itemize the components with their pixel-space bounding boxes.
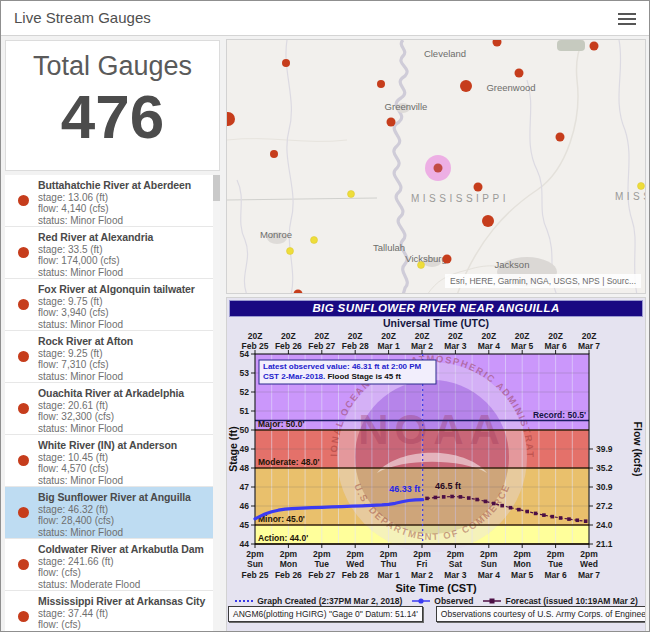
map-city-label: Cleveland: [424, 48, 466, 59]
chart-text: 45: [240, 520, 250, 530]
gauge-name: Big Sunflower River at Anguilla: [38, 491, 210, 504]
chart-text: 2pm: [246, 549, 264, 559]
chart-text: 20Z: [281, 331, 296, 341]
gauge-dot-red[interactable]: [493, 40, 502, 47]
chart-text: 50: [240, 425, 250, 435]
chart-text: Mon: [280, 559, 297, 569]
chart-text: Major: 50.0': [258, 419, 304, 429]
gauge-name: Fox River at Algonquin tailwater: [38, 283, 210, 296]
flood-status-dot-icon: [18, 507, 29, 518]
chart-text: Latest observed value: 46.31 ft at 2:00 …: [263, 362, 422, 371]
gauge-list-item[interactable]: White River (IN) at Andersonstage: 10.45…: [5, 435, 220, 486]
gauge-dot-red[interactable]: [556, 133, 565, 142]
hamburger-menu-icon[interactable]: [618, 10, 636, 26]
gauge-list-item[interactable]: Ouachita River at Arkadelphiastage: 20.6…: [5, 383, 220, 434]
gauge-list-item[interactable]: Red River at Alexandriastage: 33.5 (ft)f…: [5, 227, 220, 278]
gauge-list-item[interactable]: Coldwater River at Arkabutla Damstage: 2…: [5, 539, 220, 590]
chart-text: Sat: [449, 559, 462, 569]
chart-text: Feb 26: [275, 570, 302, 580]
gauge-dot-red[interactable]: [270, 150, 278, 158]
chart-text: 46: [240, 501, 250, 511]
map-state-label: MISSISS: [615, 191, 646, 202]
gauge-dot-red[interactable]: [474, 183, 483, 192]
gauge-flow: flow: (cfs): [38, 567, 210, 579]
gauge-list-item[interactable]: Buttahatchie River at Aberdeenstage: 13.…: [5, 175, 220, 226]
chart-text: 46.5 ft: [435, 481, 461, 491]
chart-text: 30.9: [596, 482, 613, 492]
map-panel[interactable]: MISSISSIPPIMISSISSClevelandGreenwoodGree…: [226, 39, 646, 294]
gauge-dot-red[interactable]: [460, 80, 472, 92]
gauge-stage: stage: 10.45 (ft): [38, 452, 210, 464]
gauge-dot-red[interactable]: [227, 112, 235, 126]
gauge-stage: stage: 46.32 (ft): [38, 504, 210, 516]
gauge-dot-red[interactable]: [377, 80, 385, 88]
gauge-dot-yellow[interactable]: [638, 183, 645, 190]
page-title: Live Stream Gauges: [14, 9, 151, 26]
forest-patch: [557, 40, 585, 51]
chart-text: Flow (kcfs): [632, 422, 644, 477]
chart-text: Fri: [417, 559, 428, 569]
gauge-status: status: Minor Flood: [38, 267, 210, 279]
chart-text: 54: [240, 349, 250, 359]
gauge-list-scrollbar[interactable]: [213, 175, 220, 632]
chart-text: Mon: [513, 559, 530, 569]
chart-text: 20Z: [448, 331, 463, 341]
selected-gauge-dot[interactable]: [434, 164, 443, 173]
forecast-marker: [467, 496, 471, 500]
app-header: Live Stream Gauges: [1, 1, 649, 36]
chart-text: Mar 2: [411, 570, 433, 580]
gauge-list-item[interactable]: Mississippi River at Arkansas Citystage:…: [5, 591, 220, 632]
forecast-marker: [509, 506, 513, 510]
gauge-dot-red[interactable]: [443, 255, 452, 264]
gauge-dot-red[interactable]: [515, 69, 524, 78]
map-city-label: Monroe: [260, 229, 292, 240]
chart-text: Mar 4: [478, 341, 500, 351]
creek-path: [286, 40, 293, 294]
gauge-name: Red River at Alexandria: [38, 231, 210, 244]
scrollbar-thumb[interactable]: [213, 175, 220, 201]
legend-label: Observed: [434, 596, 473, 606]
gauge-list[interactable]: Buttahatchie River at Aberdeenstage: 13.…: [5, 175, 220, 632]
chart-text: 52: [240, 387, 250, 397]
forecast-marker: [500, 504, 504, 508]
gauge-status: status: Minor Flood: [38, 475, 210, 487]
forecast-marker: [567, 517, 571, 521]
chart-text: 2pm: [380, 549, 398, 559]
gauge-dot-red[interactable]: [294, 290, 303, 295]
chart-text: 20Z: [515, 331, 530, 341]
gauge-list-item[interactable]: Fox River at Algonquin tailwaterstage: 9…: [5, 279, 220, 330]
gauge-dot-yellow[interactable]: [418, 262, 425, 269]
chart-text: 51: [240, 406, 250, 416]
gauge-stage: stage: 13.06 (ft): [38, 192, 210, 204]
bottom-axis-title: Site Time (CST): [227, 582, 645, 594]
chart-text: 53: [240, 368, 250, 378]
gauge-dot-yellow[interactable]: [311, 237, 318, 244]
gauge-status: status: Minor Flood: [38, 423, 210, 435]
gauge-dot-red[interactable]: [282, 59, 290, 67]
legend-label: Forecast (issued 10:19AM Mar 2): [505, 596, 637, 606]
gauge-dot-yellow[interactable]: [348, 191, 355, 198]
chart-text: 2pm: [413, 549, 431, 559]
map-attribution: Esri, HERE, Garmin, NGA, USGS, NPS | Sou…: [445, 274, 641, 288]
gauge-dot-yellow[interactable]: [287, 248, 294, 255]
total-gauges-value: 476: [6, 84, 219, 150]
map-canvas[interactable]: MISSISSIPPIMISSISSClevelandGreenwoodGree…: [227, 40, 646, 294]
gauge-stage: stage: 33.5 (ft): [38, 244, 210, 256]
chart-text: Mar 3: [444, 341, 466, 351]
forecast-marker: [475, 498, 479, 502]
state-border-line: [227, 198, 377, 200]
flood-status-dot-icon: [18, 559, 29, 570]
gauge-status: status: Minor Flood: [38, 371, 210, 383]
gauge-dot-red[interactable]: [387, 118, 396, 127]
chart-legend: Graph Created (2:37PM Mar 2, 2018)Observ…: [227, 596, 645, 606]
gauge-dot-red[interactable]: [590, 42, 599, 51]
legend-item: Observed: [411, 596, 473, 606]
gauge-list-item[interactable]: Rock River at Aftonstage: 9.25 (ft)flow:…: [5, 331, 220, 382]
legend-item: Graph Created (2:37PM Mar 2, 2018): [234, 596, 402, 606]
gauge-dot-red[interactable]: [482, 215, 494, 227]
chart-text: Feb 25: [242, 570, 269, 580]
forecast-marker: [542, 513, 546, 517]
gauge-list-item[interactable]: Big Sunflower River at Anguillastage: 46…: [5, 487, 220, 538]
gauge-flow: flow: 32,300 (cfs): [38, 411, 210, 423]
chart-text: 46.33 ft: [389, 484, 420, 494]
